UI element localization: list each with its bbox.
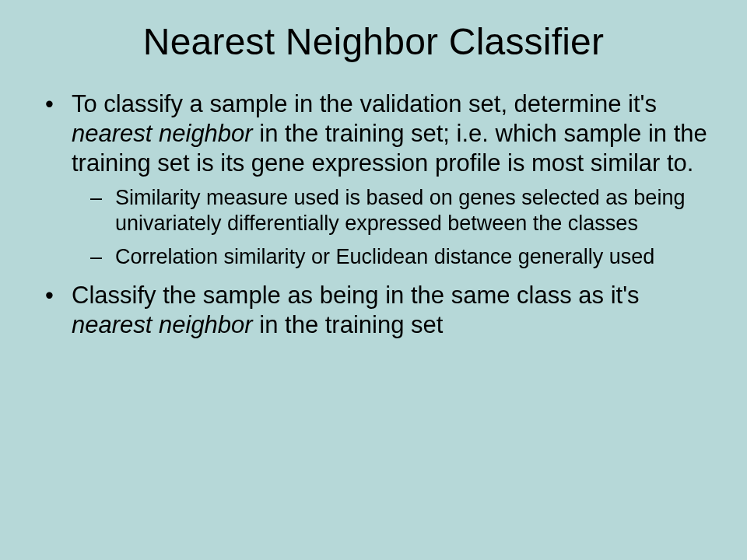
bullet-text-pre: Classify the sample as being in the same… [72,282,640,309]
list-item: Similarity measure used is based on gene… [72,185,711,236]
list-item: Classify the sample as being in the same… [36,281,711,340]
list-item: Correlation similarity or Euclidean dist… [72,244,711,270]
bullet-text-emphasis: nearest neighbor [72,120,253,147]
bullet-text-post: in the training set [253,311,444,338]
slide: Nearest Neighbor Classifier To classify … [0,0,747,560]
bullet-text-emphasis: nearest neighbor [72,311,253,338]
sub-bullet-text: Similarity measure used is based on gene… [115,186,685,235]
bullet-text-pre: To classify a sample in the validation s… [72,90,657,117]
bullet-list-level1: To classify a sample in the validation s… [31,89,716,340]
slide-title: Nearest Neighbor Classifier [31,20,716,63]
sub-bullet-text: Correlation similarity or Euclidean dist… [115,245,654,268]
bullet-list-level2: Similarity measure used is based on gene… [72,185,711,270]
list-item: To classify a sample in the validation s… [36,89,711,270]
